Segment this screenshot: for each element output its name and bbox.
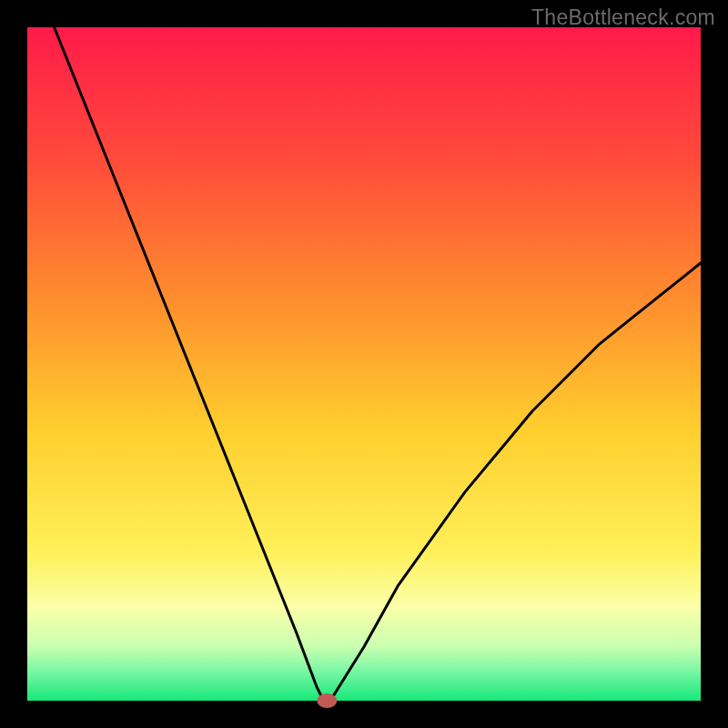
- plot-background: [27, 27, 701, 701]
- chart-frame: TheBottleneck.com: [0, 0, 728, 728]
- bottleneck-chart: [0, 0, 728, 728]
- watermark-text: TheBottleneck.com: [531, 5, 715, 30]
- optimum-marker: [317, 693, 337, 708]
